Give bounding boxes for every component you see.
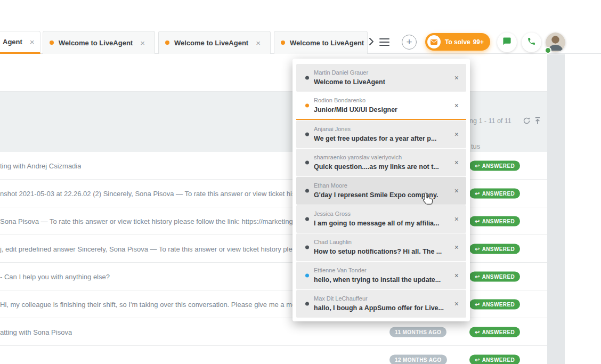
status-filter-label: tus <box>471 142 480 150</box>
contact-name: Ethan Moore <box>314 182 438 190</box>
contact-name: Ettienne Van Tonder <box>314 266 441 275</box>
tab-dropdown-item[interactable]: Anjanai JonesWe get free updates for a y… <box>296 120 466 148</box>
right-side-panel <box>565 54 601 364</box>
close-tab-icon[interactable]: × <box>454 271 459 280</box>
ticket-subject: How to setup notifications? Hi all. The … <box>314 247 442 256</box>
contact-name: Martin Daniel Grauer <box>314 69 385 77</box>
tab-overflow-dropdown: Martin Daniel GrauerWelcome to LiveAgent… <box>293 59 470 321</box>
reply-arrow-icon: ↩ <box>475 163 480 168</box>
unread-dot-icon <box>50 41 54 45</box>
tab-label: Welcome to LiveAgent <box>174 39 248 47</box>
status-badge: ↩ANSWERED <box>469 299 520 309</box>
chat-bubble-icon <box>502 37 511 48</box>
status-dot-icon <box>305 104 309 108</box>
tab-label: Agent <box>3 38 22 46</box>
tab-item-text: Rodion BondarenkoJunior/Mid UX/UI Design… <box>314 96 397 115</box>
close-tab-icon[interactable]: × <box>454 300 459 308</box>
ticket-preview-text: nshot 2021-05-03 at 22.26.02 (2) Sincere… <box>0 189 295 197</box>
ticket-row[interactable]: atting with Sona Pisova11 MONTHS AGO↩ANS… <box>0 318 547 346</box>
status-dot-icon <box>305 302 309 306</box>
status-label: ANSWERED <box>482 357 515 362</box>
reply-arrow-icon: ↩ <box>475 190 480 196</box>
tab-dropdown-item[interactable]: Ettienne Van Tonderhello, when trying to… <box>296 262 466 289</box>
contact-name: Chad Laughlin <box>314 238 442 247</box>
ticket-preview-text: - Can I help you with anything else? <box>0 272 110 280</box>
online-status-dot <box>545 47 551 54</box>
tab-item-text: Ethan MooreG'day I represent Smile Expo … <box>314 182 438 200</box>
reply-arrow-icon: ↩ <box>475 357 480 362</box>
ticket-subject: hallo, I bough a AppSumo offer for Live.… <box>314 303 444 313</box>
ticket-subject: We get free updates for a year after p..… <box>314 134 436 143</box>
scrollbar-track[interactable] <box>547 54 565 364</box>
tab-dropdown-item[interactable]: Jessica GrossI am going to message all o… <box>296 205 466 233</box>
ticket-preview-text: Sona Pisova — To rate this answer or vie… <box>0 217 293 225</box>
tab-close-icon[interactable]: × <box>30 37 35 46</box>
status-label: ANSWERED <box>482 273 515 279</box>
close-tab-icon[interactable]: × <box>454 215 459 223</box>
status-badge: ↩ANSWERED <box>469 271 520 281</box>
reply-arrow-icon: ↩ <box>475 218 480 224</box>
close-tab-icon[interactable]: × <box>454 74 459 82</box>
tab-welcome-to-liveagent[interactable]: Welcome to LiveAgent× <box>158 31 271 54</box>
to-solve-label: To solve <box>445 38 470 46</box>
to-solve-button[interactable]: To solve 99+ <box>425 33 490 51</box>
status-dot-icon <box>305 274 309 278</box>
phone-icon <box>527 37 536 48</box>
close-tab-icon[interactable]: × <box>454 101 459 110</box>
close-tab-icon[interactable]: × <box>454 130 459 139</box>
status-label: ANSWERED <box>482 163 515 168</box>
status-badge: ↩ANSWERED <box>469 354 520 364</box>
ticket-subject: Junior/Mid UX/UI Designer <box>314 105 397 115</box>
tab-dropdown-item[interactable]: Max Dit LeChauffeurhallo, I bough a AppS… <box>296 290 466 318</box>
status-dot-icon <box>305 217 309 221</box>
tab-welcome-to-liveagent[interactable]: Welcome to LiveAgent× <box>43 31 155 54</box>
close-tab-icon[interactable]: × <box>454 187 459 195</box>
time-badge: 12 MONTHS AGO <box>389 354 447 364</box>
add-tab-button[interactable]: + <box>402 35 417 50</box>
contact-name: Rodion Bondarenko <box>314 96 397 105</box>
tab-active[interactable]: Agent × <box>0 31 40 54</box>
reply-arrow-icon: ↩ <box>475 301 480 307</box>
close-tab-icon[interactable]: × <box>454 158 459 167</box>
status-badge: ↩ANSWERED <box>469 327 520 337</box>
ticket-row[interactable]: 12 MONTHS AGO↩ANSWERED <box>0 346 547 364</box>
tab-close-icon[interactable]: × <box>256 38 261 47</box>
status-dot-icon <box>305 189 309 193</box>
contact-name: shamraenko yaroslav valeriyovich <box>314 153 439 162</box>
tab-welcome-to-liveagent[interactable]: Welcome to LiveAgent <box>274 31 368 54</box>
tab-dropdown-item[interactable]: Rodion BondarenkoJunior/Mid UX/UI Design… <box>296 92 466 120</box>
close-tab-icon[interactable]: × <box>454 243 459 252</box>
tab-item-text: Martin Daniel GrauerWelcome to LiveAgent <box>314 69 385 87</box>
pagination-text: ng 1 - 11 of 11 <box>469 117 511 125</box>
status-label: ANSWERED <box>482 246 515 252</box>
calls-button[interactable] <box>522 33 541 52</box>
contact-name: Max Dit LeChauffeur <box>314 295 444 303</box>
tab-dropdown-item[interactable]: Martin Daniel GrauerWelcome to LiveAgent… <box>296 64 466 92</box>
ticket-subject: Welcome to LiveAgent <box>314 77 385 87</box>
tab-item-text: shamraenko yaroslav valeriyovichQuick qu… <box>314 153 439 172</box>
tab-dropdown-item[interactable]: Ethan MooreG'day I represent Smile Expo … <box>296 177 466 205</box>
status-label: ANSWERED <box>482 218 515 224</box>
reply-arrow-icon: ↩ <box>475 329 480 335</box>
ticket-subject: I am going to message all of my affilia.… <box>314 219 439 228</box>
tab-dropdown-item[interactable]: shamraenko yaroslav valeriyovichQuick qu… <box>296 149 466 176</box>
tab-close-icon[interactable]: × <box>140 38 145 47</box>
status-label: ANSWERED <box>482 190 515 196</box>
refresh-icon[interactable] <box>523 117 531 127</box>
envelope-icon <box>427 35 441 48</box>
status-dot-icon <box>305 133 309 136</box>
menu-icon[interactable] <box>379 38 389 46</box>
reply-arrow-icon: ↩ <box>475 273 480 279</box>
status-badge: ↩ANSWERED <box>469 188 520 198</box>
chats-button[interactable] <box>497 33 517 52</box>
tab-overflow-chevron-icon[interactable] <box>369 37 374 48</box>
to-solve-count: 99+ <box>473 38 484 46</box>
ticket-preview-text: atting with Sona Pisova <box>0 328 72 336</box>
scroll-to-top-icon[interactable] <box>534 117 541 127</box>
status-dot-icon <box>305 76 309 80</box>
status-dot-icon <box>305 246 309 249</box>
contact-name: Jessica Gross <box>314 210 439 219</box>
ticket-subject: hello, when trying to install the update… <box>314 275 441 285</box>
status-label: ANSWERED <box>482 301 515 307</box>
tab-dropdown-item[interactable]: Chad LaughlinHow to setup notifications?… <box>296 233 466 261</box>
